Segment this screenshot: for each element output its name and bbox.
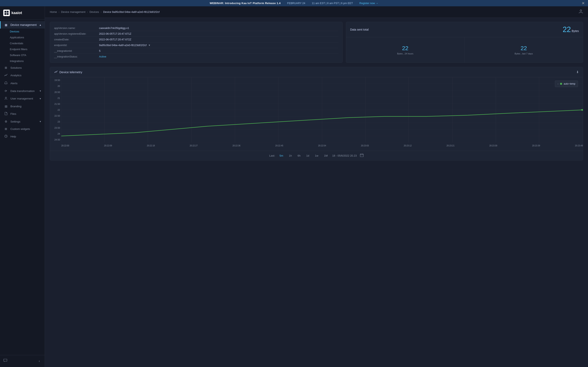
info-label: appVersion.name: xyxy=(54,26,99,30)
svg-point-7 xyxy=(6,137,6,137)
chevron-down-icon: ▼ xyxy=(39,90,42,92)
y-label: 21.50 xyxy=(54,103,60,105)
sidebar-item-software-ota-label: Software OTA xyxy=(10,54,26,57)
x-label: 20:23:39 xyxy=(532,145,540,147)
sidebar-item-integrations[interactable]: Integrations xyxy=(0,58,45,64)
sidebar-item-credentials-label: Credentials xyxy=(10,42,23,45)
x-label: 20:23:03 xyxy=(361,145,369,147)
info-value: 2022-06-05T17:20:47.672Z xyxy=(99,38,338,41)
sidebar-item-user-management[interactable]: User management ▼ xyxy=(0,95,45,103)
breadcrumb-home[interactable]: Home xyxy=(50,10,57,13)
help-icon xyxy=(4,134,8,138)
chevron-down-icon: ▼ xyxy=(39,98,42,100)
sidebar-item-settings[interactable]: ⚙ Settings ▼ xyxy=(0,118,45,125)
stats-total-number: 22 xyxy=(563,25,571,34)
info-value: 9a95c0bd-54be-4a6f-a2e0-f8123d01f2cf ▼ xyxy=(99,44,338,47)
user-management-icon xyxy=(4,97,8,100)
sidebar-item-branding[interactable]: ▤ Branding xyxy=(0,103,45,110)
svg-point-5 xyxy=(5,97,7,98)
sidebar-item-label: Solutions xyxy=(10,66,22,69)
sidebar-item-endpoint-filters[interactable]: Endpoint filters xyxy=(0,46,45,52)
breadcrumb-sep-1: › xyxy=(59,10,60,13)
x-label: 20:23:21 xyxy=(447,145,454,147)
logo-icon xyxy=(3,9,10,16)
time-last-label: Last: xyxy=(269,154,275,157)
sidebar-item-label: Alerts xyxy=(10,82,17,85)
telemetry-section: Device telemetry ⬇ 24.50 24 23.50 23 22.… xyxy=(50,67,583,160)
time-btn-5m[interactable]: 5m xyxy=(278,154,285,158)
telemetry-title-label: Device telemetry xyxy=(60,70,82,74)
chat-icon[interactable] xyxy=(3,359,7,364)
info-field-created-date: createdDate: 2022-06-05T17:20:47.672Z xyxy=(54,37,338,42)
info-row: appVersion.name: caeeak8n7nk35lgdiigg-v1… xyxy=(50,22,583,63)
y-axis: 24.50 24 23.50 23 22.50 22 21.50 21 20.5… xyxy=(50,77,61,142)
time-range-text: 18 - 05/6/2022 20.23 xyxy=(332,154,357,157)
sidebar-item-label: Settings xyxy=(10,120,20,123)
stat-label-7d: Bytes , last 7 days xyxy=(515,52,533,55)
sidebar-item-device-management[interactable]: ▦ Device management ▲ xyxy=(0,21,45,29)
time-btn-1w[interactable]: 1w xyxy=(314,154,320,158)
time-btn-6h[interactable]: 6h xyxy=(296,154,302,158)
svg-rect-34 xyxy=(360,154,363,157)
branding-icon: ▤ xyxy=(4,105,8,108)
user-icon[interactable] xyxy=(579,9,583,15)
breadcrumb-devices[interactable]: Devices xyxy=(90,10,99,13)
stats-panel: Data sent total 22 Bytes 22 Bytes , 24 h… xyxy=(346,22,583,63)
sidebar-item-data-transformation[interactable]: ⟳ Data transformation ▼ xyxy=(0,87,45,95)
y-label: 21 xyxy=(58,97,60,99)
chevron-down-icon: ▼ xyxy=(39,120,42,123)
info-field-appversion-name: appVersion.name: caeeak8n7nk35lgdiigg-v1 xyxy=(54,25,338,31)
time-btn-1M[interactable]: 1M xyxy=(323,154,329,158)
legend-expand-icon: › xyxy=(558,83,558,85)
y-label: 20.50 xyxy=(54,91,60,93)
x-label: 20:22:18 xyxy=(147,145,155,147)
info-field-integration-status: __integrationStatus: Active xyxy=(54,54,338,59)
banner-register-button[interactable]: Register now → xyxy=(359,2,378,5)
stats-total: 22 Bytes xyxy=(563,25,579,34)
info-label: __integrationStatus: xyxy=(54,55,99,58)
sidebar-item-label: Data transformation xyxy=(10,90,35,92)
legend-dot-icon xyxy=(560,83,562,85)
time-btn-1d[interactable]: 1d xyxy=(305,154,310,158)
info-label: appVersion.registeredDate: xyxy=(54,32,99,35)
x-label: 20:23:48 xyxy=(575,145,583,147)
content-area: Home › Device management › Devices › Dev… xyxy=(45,6,588,367)
chart-container: 24.50 24 23.50 23 22.50 22 21.50 21 20.5… xyxy=(50,77,583,151)
chart-icon xyxy=(54,70,58,74)
x-label: 20:22:54 xyxy=(318,145,326,147)
x-axis: 20:22:00 20:22:09 20:22:18 20:22:27 20:2… xyxy=(61,143,583,151)
device-management-icon: ▦ xyxy=(4,23,8,26)
stats-header-label: Data sent total xyxy=(350,28,369,31)
svg-point-33 xyxy=(581,109,583,111)
sidebar-item-solutions[interactable]: ⊞ Solutions xyxy=(0,64,45,71)
banner-close-button[interactable]: ✕ xyxy=(582,1,585,6)
calendar-button[interactable] xyxy=(360,153,364,158)
sidebar-item-software-ota[interactable]: Software OTA xyxy=(0,52,45,58)
sidebar-item-files[interactable]: Files xyxy=(0,110,45,118)
data-transformation-icon: ⟳ xyxy=(4,89,8,92)
endpoint-dropdown-button[interactable]: ▼ xyxy=(148,44,151,47)
y-label: 23.50 xyxy=(54,127,60,129)
sidebar-item-alerts[interactable]: Alerts xyxy=(0,79,45,87)
sidebar-item-help[interactable]: Help xyxy=(0,133,45,141)
sidebar-item-label: Branding xyxy=(10,105,21,108)
download-button[interactable]: ⬇ xyxy=(576,70,579,74)
sidebar-item-credentials[interactable]: Credentials xyxy=(0,40,45,46)
breadcrumb-device-management[interactable]: Device management xyxy=(61,10,85,13)
time-btn-1h[interactable]: 1h xyxy=(288,154,293,158)
stat-number-24h: 22 xyxy=(402,45,408,52)
y-label: 20 xyxy=(58,85,60,87)
telemetry-header: Device telemetry ⬇ xyxy=(50,67,583,77)
sidebar-item-devices[interactable]: Devices xyxy=(0,29,45,34)
stat-number-7d: 22 xyxy=(521,45,527,52)
x-label: 20:23:12 xyxy=(404,145,412,147)
breadcrumb-sep-3: › xyxy=(101,10,102,13)
chart-legend[interactable]: › auto~temp xyxy=(555,81,578,87)
sidebar-collapse-button[interactable]: ‹ xyxy=(37,358,42,365)
sidebar-item-integrations-label: Integrations xyxy=(10,59,24,63)
legend-label: auto~temp xyxy=(564,82,575,85)
sidebar-item-analytics[interactable]: Analytics xyxy=(0,71,45,79)
sidebar-item-custom-widgets[interactable]: ⊞ Custom widgets xyxy=(0,125,45,133)
sidebar-item-applications[interactable]: Applications xyxy=(0,34,45,40)
main-layout: kaaiot ▦ Device management ▲ Devices App… xyxy=(0,6,588,367)
